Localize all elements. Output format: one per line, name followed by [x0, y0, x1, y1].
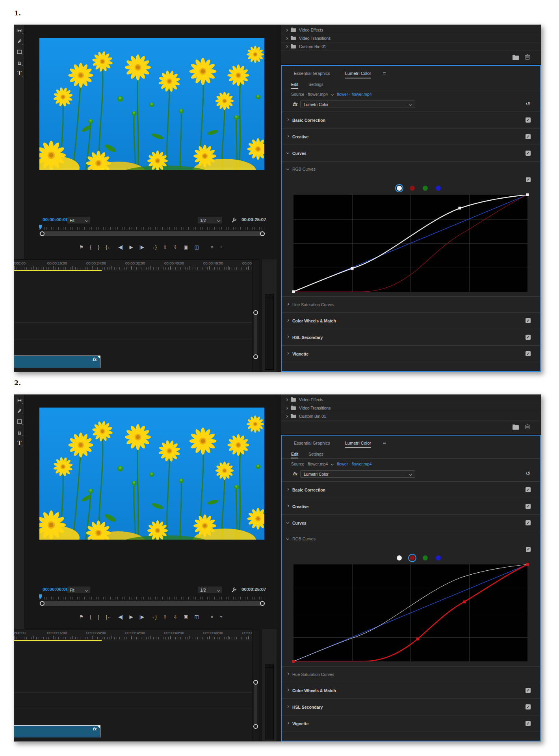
lift-icon[interactable]: ⇧	[163, 245, 167, 250]
go-to-out-icon[interactable]: →}	[150, 614, 157, 619]
timeline-ruler[interactable]	[14, 266, 252, 270]
timeline-tracks[interactable]: fx	[14, 272, 252, 372]
section-basic-correction[interactable]: Basic Correction ✓	[282, 482, 540, 498]
add-button-icon[interactable]: +	[220, 245, 223, 250]
timeline-clip-link[interactable]: flower · flower.mp4	[337, 462, 371, 466]
rectangle-tool-icon[interactable]	[14, 416, 25, 427]
monitor-zoom-scrollbar[interactable]	[39, 601, 265, 606]
slip-tool-icon[interactable]	[14, 395, 25, 406]
vignette-checkbox[interactable]: ✓	[526, 721, 531, 726]
add-marker-icon[interactable]: ⚑	[79, 245, 84, 250]
add-button-icon[interactable]: +	[220, 614, 223, 619]
tree-item-custom-bin[interactable]: Custom Bin 01	[281, 43, 541, 51]
export-frame-icon[interactable]: ▣	[184, 245, 188, 250]
section-curves[interactable]: Curves ✓	[282, 145, 540, 162]
comparison-view-icon[interactable]: ◫	[195, 614, 199, 619]
chevron-right-icon[interactable]	[285, 406, 288, 409]
section-color-wheels-match[interactable]: Color Wheels & Match ✓	[282, 313, 540, 329]
hsl-secondary-checkbox[interactable]: ✓	[526, 335, 531, 340]
section-vignette[interactable]: Vignette ✓	[282, 715, 540, 732]
playhead[interactable]	[39, 594, 42, 599]
scrollbar-handle[interactable]	[253, 724, 258, 729]
rgb-curves-checkbox[interactable]: ✓	[526, 547, 531, 552]
extract-icon[interactable]: ⇩	[173, 614, 177, 619]
slip-tool-icon[interactable]	[14, 25, 25, 36]
section-hue-saturation-curves[interactable]: Hue Saturation Curves	[282, 297, 540, 313]
curve-control-point[interactable]	[458, 207, 461, 210]
chevron-right-icon[interactable]	[285, 28, 288, 31]
chevron-right-icon[interactable]	[285, 398, 288, 401]
clip-fx-badge[interactable]: fx	[93, 727, 97, 731]
curves-checkbox[interactable]: ✓	[526, 520, 531, 525]
section-rgb-curves[interactable]: RGB Curves	[282, 162, 540, 177]
chevron-right-icon[interactable]	[285, 37, 288, 39]
go-to-out-icon[interactable]: →}	[150, 245, 157, 250]
scrollbar-handle[interactable]	[260, 231, 265, 236]
creative-checkbox[interactable]: ✓	[526, 504, 531, 509]
scrollbar-handle[interactable]	[260, 601, 265, 606]
section-vignette[interactable]: Vignette ✓	[282, 346, 540, 362]
play-icon[interactable]: ▶	[130, 614, 133, 619]
scrollbar-handle[interactable]	[40, 231, 45, 236]
timeline-clip[interactable]: fx	[14, 356, 100, 368]
rectangle-tool-icon[interactable]	[14, 47, 25, 57]
step-back-icon[interactable]: ◀|	[118, 614, 123, 619]
monitor-settings-wrench-icon[interactable]	[231, 587, 237, 594]
tab-edit[interactable]: Edit	[291, 82, 298, 87]
tree-item-video-transitions[interactable]: Video Transitions	[281, 404, 541, 412]
extract-icon[interactable]: ⇩	[173, 245, 177, 250]
tab-essential-graphics[interactable]: Essential Graphics	[294, 441, 330, 445]
curve-control-point[interactable]	[292, 290, 295, 293]
step-forward-icon[interactable]: |▶	[139, 245, 144, 250]
rgb-curve-graph[interactable]	[293, 564, 527, 661]
section-hue-saturation-curves[interactable]: Hue Saturation Curves	[282, 667, 540, 682]
color-wheels-checkbox[interactable]: ✓	[526, 318, 531, 323]
tab-edit[interactable]: Edit	[291, 452, 298, 456]
creative-checkbox[interactable]: ✓	[526, 134, 531, 139]
tab-lumetri-color[interactable]: Lumetri Color	[345, 441, 371, 445]
tree-item-video-transitions[interactable]: Video Transitions	[281, 34, 541, 43]
monitor-time-ruler[interactable]	[39, 225, 265, 230]
panel-menu-icon[interactable]: ≡	[383, 440, 386, 446]
channel-green-button[interactable]	[423, 186, 428, 191]
curve-control-point[interactable]	[526, 563, 529, 566]
timeline-ruler[interactable]	[14, 636, 252, 639]
mark-in-icon[interactable]: {	[90, 614, 91, 619]
tab-essential-graphics[interactable]: Essential Graphics	[294, 71, 330, 76]
tab-settings[interactable]: Settings	[308, 452, 323, 456]
playback-resolution-dropdown[interactable]: 1/2	[198, 217, 222, 223]
more-icon[interactable]: »	[211, 614, 214, 619]
play-icon[interactable]: ▶	[130, 245, 133, 250]
timeline-tracks[interactable]: fx	[14, 641, 252, 742]
scrollbar-handle[interactable]	[253, 310, 258, 315]
timeline-clip[interactable]: fx	[14, 725, 100, 737]
curve-control-point[interactable]	[526, 194, 529, 196]
playback-resolution-dropdown[interactable]: 1/2	[198, 587, 222, 593]
go-to-in-icon[interactable]: {←	[106, 614, 112, 619]
scrollbar-handle[interactable]	[253, 354, 258, 359]
rgb-curve-graph[interactable]	[293, 195, 527, 292]
reset-effect-icon[interactable]: ↺	[526, 470, 530, 477]
chevron-down-icon[interactable]	[331, 462, 334, 465]
hand-tool-icon[interactable]	[14, 57, 25, 68]
tree-item-video-effects[interactable]: Video Effects	[281, 26, 541, 34]
channel-red-button[interactable]	[410, 555, 415, 560]
fit-dropdown[interactable]: Fit	[67, 217, 90, 223]
export-frame-icon[interactable]: ▣	[184, 614, 188, 619]
timeline-vertical-scrollbar[interactable]	[252, 260, 259, 372]
section-curves[interactable]: Curves ✓	[282, 515, 540, 531]
fit-dropdown[interactable]: Fit	[67, 587, 90, 593]
panel-menu-icon[interactable]: ≡	[383, 70, 386, 76]
vignette-checkbox[interactable]: ✓	[526, 351, 531, 356]
mark-out-icon[interactable]: }	[98, 614, 99, 619]
channel-blue-button[interactable]	[436, 186, 441, 191]
color-wheels-checkbox[interactable]: ✓	[526, 688, 531, 693]
reset-effect-icon[interactable]: ↺	[526, 101, 530, 107]
effect-dropdown[interactable]: Lumetri Color	[300, 101, 415, 108]
curve-control-point[interactable]	[463, 600, 466, 603]
section-creative[interactable]: Creative ✓	[282, 128, 540, 145]
chevron-right-icon[interactable]	[285, 45, 288, 48]
playhead[interactable]	[39, 225, 42, 229]
section-hsl-secondary[interactable]: HSL Secondary ✓	[282, 699, 540, 715]
section-creative[interactable]: Creative ✓	[282, 498, 540, 515]
